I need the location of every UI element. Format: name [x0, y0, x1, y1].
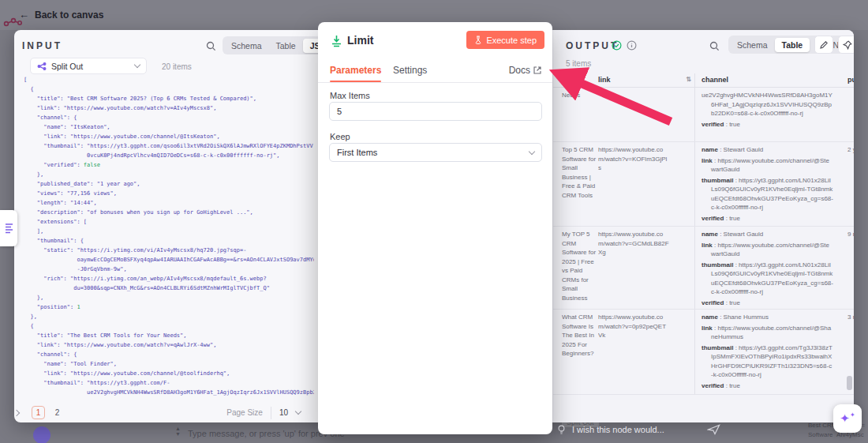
input-source-select[interactable]: Split Out: [30, 58, 147, 74]
info-icon[interactable]: [627, 39, 637, 54]
json-line: "link": "https://www.youtube.com/watch?v…: [24, 340, 314, 350]
json-line: "title": "Best CRM Software 2025? (Top 6…: [24, 94, 314, 103]
cell-link: https://www.youtube.com/watch?v=KOFlm3Gj…: [598, 142, 673, 226]
cell-title: My TOP 5 CRM Software for 2025 | Free vs…: [562, 227, 598, 309]
node-wish-bar[interactable]: I wish this node would...: [557, 424, 720, 435]
keep-select[interactable]: First Items: [329, 143, 542, 162]
background-chat-updown-arrows: ▲▼: [175, 426, 181, 437]
table-row[interactable]: Top 5 CRM Software for Small Business | …: [553, 142, 854, 227]
column-header-channel[interactable]: channel: [694, 73, 838, 87]
input-panel-title: INPUT: [22, 40, 62, 51]
send-icon[interactable]: [707, 424, 720, 435]
page-2-button[interactable]: 2: [51, 406, 64, 419]
json-line: "verified": false: [24, 160, 314, 170]
json-line: ],: [24, 227, 314, 236]
node-modal-tabs: Parameters Settings Docs: [318, 60, 552, 83]
lightbulb-icon: [557, 425, 566, 435]
json-line: {: [24, 321, 314, 331]
json-line: "link": "https://www.youtube.com/watch?v…: [24, 103, 314, 113]
cell-channel: name : Stewart Gauldlink : https://www.y…: [694, 227, 838, 309]
column-header-published[interactable]: pub: [838, 73, 854, 87]
chevron-down-icon[interactable]: [295, 408, 301, 415]
external-link-icon: [533, 66, 541, 74]
edit-output-button[interactable]: [814, 36, 833, 54]
table-row[interactable]: Needsue2V2ghvgHMCVkNH4WwsSRfD8AH3goM1Y6H…: [553, 88, 854, 142]
cell-channel: ue2V2ghvgHMCVkNH4WwsSRfD8AH3goM1Y6HFat_1…: [694, 88, 838, 141]
cell-channel: name : Stewart Gauldlink : https://www.y…: [694, 142, 838, 226]
chevron-down-icon: [529, 148, 535, 154]
divider: [271, 407, 271, 419]
pin-data-button[interactable]: [838, 36, 854, 54]
keep-select-value: First Items: [337, 148, 377, 157]
table-row[interactable]: My TOP 5 CRM Software for 2025 | Free vs…: [553, 227, 854, 310]
next-page-icon[interactable]: [13, 410, 20, 416]
cell-published: 2 y: [838, 142, 854, 226]
back-to-canvas-button[interactable]: ← Back to canvas: [19, 9, 103, 21]
json-line: [: [24, 75, 314, 84]
output-tab-table[interactable]: Table: [775, 38, 810, 52]
column-header-link[interactable]: link: [598, 73, 673, 87]
cell-published: 9 m: [838, 227, 854, 309]
json-line: -J0rGqVbnm-9w",: [24, 265, 314, 274]
pin-icon: [843, 40, 852, 50]
json-line: "thumbnail": "https://yt3.ggpht.com/F-: [24, 378, 314, 388]
cell-link: https://www.youtube.com/watch?v=0p92peQE…: [598, 310, 673, 394]
app-root: ← Back to canvas ▲▼ Type message, or pre…: [0, 0, 868, 443]
input-items-count: 20 items: [162, 62, 192, 71]
max-items-label: Max Items: [330, 91, 370, 100]
node-title: Limit: [347, 34, 373, 47]
expand-side-panel-handle[interactable]: [0, 210, 17, 246]
cell-link: https://www.youtube.com/watch?v=GCMdLB82…: [598, 227, 673, 309]
tab-settings[interactable]: Settings: [393, 65, 427, 76]
json-line: "published_date": "1 year ago",: [24, 179, 314, 189]
ai-assistant-button[interactable]: ✦✦: [833, 404, 862, 433]
list-icon: [5, 223, 13, 234]
json-line: oaymwEcCOgCEMoBSFXyq4qpAw4IARUAAIhCGAFwA…: [24, 255, 314, 265]
limit-node-modal: Limit Execute step Parameters Settings D…: [318, 22, 552, 434]
json-line: },: [24, 312, 314, 321]
json-code[interactable]: [ { "title": "Best CRM Software 2025? (T…: [24, 75, 314, 400]
json-line: "channel": {: [24, 350, 314, 359]
output-scrollbar-thumb[interactable]: [847, 376, 852, 390]
wish-placeholder[interactable]: I wish this node would...: [572, 425, 664, 434]
sort-icon[interactable]: ⇅: [673, 73, 694, 87]
docs-link[interactable]: Docs: [509, 65, 541, 76]
page-size-value[interactable]: 10: [279, 408, 288, 417]
cell-title: Needs: [562, 88, 598, 141]
cell-title: What CRM Software Is The Best In 2025 Fo…: [562, 310, 598, 394]
table-row[interactable]: What CRM Software Is The Best In 2025 Fo…: [553, 310, 854, 395]
back-to-canvas-label: Back to canvas: [35, 9, 103, 21]
output-tab-schema[interactable]: Schema: [730, 38, 775, 52]
json-line: },: [24, 293, 314, 302]
background-chat-avatar: [33, 426, 51, 443]
output-search-icon[interactable]: [709, 40, 720, 54]
page-1-button[interactable]: 1: [32, 406, 45, 419]
max-items-input[interactable]: [329, 102, 542, 121]
docs-label: Docs: [509, 65, 530, 76]
json-line: {: [24, 84, 314, 94]
back-arrow-icon: ←: [19, 9, 29, 21]
cell-published: [838, 88, 854, 141]
execute-step-button[interactable]: Execute step: [466, 31, 544, 49]
input-tab-schema[interactable]: Schema: [224, 39, 269, 53]
tab-parameters[interactable]: Parameters: [330, 65, 381, 76]
json-line: du=3000&sqp=CNXh_McG&rs=AOn4CLBLRYi6SdtM…: [24, 283, 314, 293]
pencil-icon: [819, 40, 829, 50]
input-pagination: 1 2 Page Size 10: [14, 404, 318, 422]
success-check-icon: [612, 39, 622, 54]
json-line: "thumbnail": {: [24, 236, 314, 246]
cell-spacer: [673, 142, 694, 226]
column-header-title[interactable]: title: [562, 73, 598, 87]
flask-icon: [474, 36, 482, 44]
json-line: "description": "of bonuses when you sign…: [24, 208, 314, 217]
json-line: "views": "77,156 views",: [24, 189, 314, 198]
cell-link: [598, 88, 673, 141]
json-line: },: [24, 170, 314, 179]
input-tab-table[interactable]: Table: [269, 39, 303, 53]
cell-spacer: [673, 310, 694, 394]
json-line: "channel": {: [24, 113, 314, 122]
cell-spacer: [673, 227, 694, 309]
sparkles-icon: ✦✦: [840, 411, 855, 426]
output-items-count: 5 items: [566, 59, 591, 68]
input-search-icon[interactable]: [206, 40, 216, 54]
